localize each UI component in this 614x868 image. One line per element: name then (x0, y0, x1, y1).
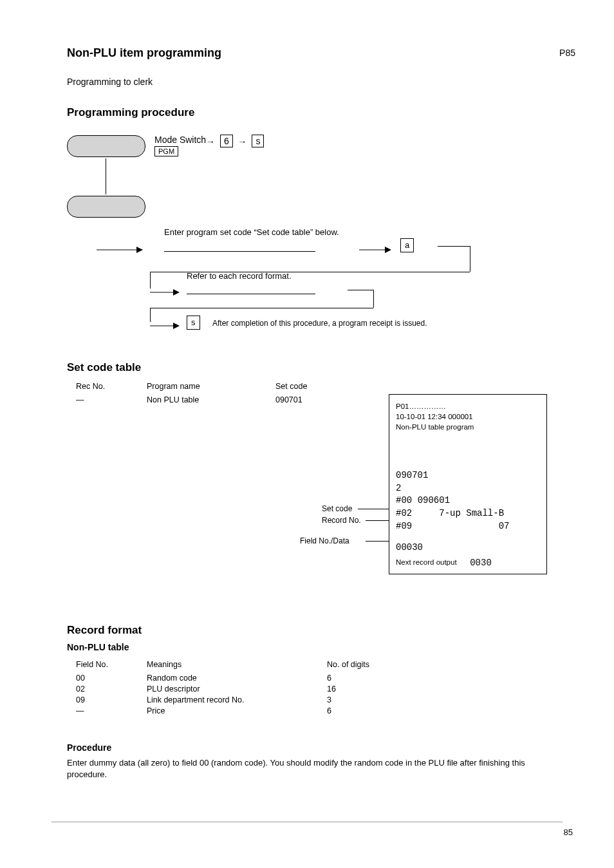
receipt-body: 00030 (396, 542, 540, 554)
conn-h3 (348, 290, 373, 290)
receipt-set-code: 090701 (396, 469, 540, 482)
set-code-table: Rec No. Program name Set code — Non PLU … (76, 381, 346, 406)
conn-h4 (150, 308, 373, 308)
conn-v3 (373, 290, 374, 308)
annot-set-code: Set code (322, 504, 352, 514)
mode-box: PGM (154, 146, 178, 156)
lozenge-2 (67, 196, 145, 218)
annot-line3 (366, 541, 389, 542)
annot-field: Field No./Data (300, 536, 349, 546)
arrow1a: → 6 → s (206, 135, 264, 148)
sct-r1c3: 090701 (275, 395, 327, 406)
input-1-underline (164, 238, 315, 252)
receipt-line-2: #02 7-up Small-B (396, 507, 540, 520)
conn-v1 (470, 246, 470, 272)
connector-1 (106, 158, 106, 194)
annot-line2 (366, 520, 389, 521)
receipt-header: P01…………… 10-10-01 12:34 000001 Non-PLU t… (396, 401, 540, 432)
arrow-row-2 (150, 286, 183, 298)
page-title: Non-PLU item programming (67, 45, 221, 61)
page-number-bottom: 85 (564, 827, 573, 838)
mode-box-wrap: PGM (154, 147, 178, 156)
procedure-text: Enter dummy data (all zero) to field 00 … (67, 757, 556, 780)
input-2-underline (187, 281, 315, 294)
format-heading: Record format (67, 623, 142, 638)
arrow-row-3 (150, 319, 183, 332)
set-code-heading: Set code table (67, 361, 141, 375)
intro-text: Programming to clerk (67, 76, 153, 88)
conn-h1 (438, 246, 470, 247)
bottom-rule (51, 822, 563, 822)
annot-line1 (358, 509, 389, 509)
annot-rec-no: Record No. (322, 515, 361, 525)
format-subheading: Non-PLU table (67, 641, 129, 654)
sct-r1c2: Non PLU table (147, 395, 250, 406)
final-note: After completion of this procedure, a pr… (212, 318, 427, 328)
svg-marker-1 (136, 247, 143, 253)
format-table: Field No. Meanings No. of digits 00 Rand… (76, 659, 398, 716)
final-key: s (187, 316, 200, 330)
sct-r1c1: — (76, 395, 121, 406)
procedure-heading: Programming procedure (67, 106, 194, 120)
receipt-box: P01…………… 10-10-01 12:34 000001 Non-PLU t… (389, 394, 547, 574)
after-input1-key: a (400, 238, 414, 252)
input-2-text: Refer to each record format. (187, 270, 354, 282)
arrow-row-1 (97, 243, 148, 256)
receipt-line-1: #00 090601 (396, 495, 540, 507)
svg-marker-3 (385, 247, 391, 253)
lozenge-1 (67, 135, 145, 157)
receipt-line-3: #09 07 (396, 520, 540, 533)
svg-marker-5 (173, 289, 180, 296)
svg-marker-7 (173, 323, 180, 329)
input-1-text: Enter program set code “Set code table” … (164, 227, 377, 238)
procedure-subheading: Procedure (67, 742, 111, 754)
page-number-top: P85 (559, 47, 575, 59)
arrow-after-input1 (359, 243, 395, 256)
step1-label: Mode Switch (154, 134, 206, 146)
receipt-rec-no: 2 (396, 482, 540, 495)
